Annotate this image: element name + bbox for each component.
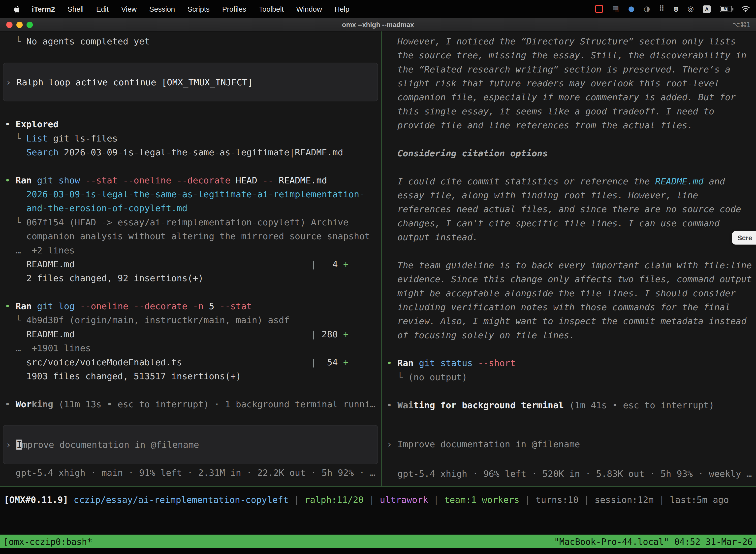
screen-overlay-button[interactable]: Scre <box>732 231 756 244</box>
terminal-line: might be acceptable alongside the file l… <box>382 286 756 300</box>
blank-line <box>382 384 756 398</box>
text-segment: the “Related research writing” section i… <box>387 64 731 74</box>
text-segment: Ran <box>16 301 32 311</box>
text-segment <box>472 358 478 368</box>
text-segment: + <box>343 259 349 269</box>
terminal-line: • Ran git log --oneline --decorate -n 5 … <box>0 299 381 313</box>
app-grid-icon[interactable]: ▦ <box>612 5 619 12</box>
text-segment: including verification notes with those … <box>387 302 731 312</box>
text-segment: | <box>654 494 670 505</box>
text-segment: + <box>343 357 349 367</box>
text-segment <box>5 203 26 213</box>
text-segment: | <box>578 494 594 505</box>
text-segment: turns:10 <box>536 494 578 505</box>
text-segment: git ls-files <box>48 133 118 144</box>
figure-eight-icon[interactable]: 8 <box>674 5 678 12</box>
left-pane[interactable]: └ No agents completed yet › Ralph loop a… <box>0 31 381 486</box>
minimize-button[interactable] <box>16 21 22 27</box>
text-segment: git show <box>37 175 80 185</box>
text-segment <box>80 175 85 185</box>
close-button[interactable] <box>6 21 12 27</box>
text-segment <box>68 494 74 505</box>
text-segment: Considering citation options <box>387 148 548 158</box>
moon-icon[interactable]: ◑ <box>644 5 650 12</box>
right-prompt-input[interactable]: › Improve documentation in @filename <box>382 437 756 451</box>
menu-profiles[interactable]: Profiles <box>216 5 252 13</box>
text-segment <box>414 358 419 368</box>
menu-toolbelt[interactable]: Toolbelt <box>252 5 290 13</box>
text-segment: essay file, along with finding root file… <box>387 190 698 200</box>
text-segment: README.md <box>5 259 74 269</box>
terminal-line: references need actual files, and since … <box>382 202 756 216</box>
text-segment: changes, I can't cite specific file line… <box>387 218 719 228</box>
left-model-status: gpt-5.4 xhigh · main · 91% left · 2.31M … <box>0 466 381 480</box>
apple-menu[interactable] <box>8 5 25 13</box>
text-segment: 2026-03-09-is-legal-the-same-as-legitima… <box>26 189 365 199</box>
input-line: › Improve documentation in @filename <box>3 438 199 451</box>
ralph-loop-banner: › Ralph loop active continue [OMX_TMUX_I… <box>3 63 378 102</box>
ring-icon[interactable]: ◎ <box>688 5 694 12</box>
text-segment: (no output) <box>408 372 467 382</box>
terminal-line: • Working (11m 13s • esc to interrupt) ·… <box>0 397 381 411</box>
wifi-icon[interactable] <box>741 5 750 12</box>
input-source-icon[interactable]: A <box>703 5 711 13</box>
text-segment: 4b9d30f (origin/main, instructkr/main, m… <box>26 315 290 325</box>
menu-window[interactable]: Window <box>290 5 328 13</box>
right-pane[interactable]: However, I noticed the “Directory Struct… <box>382 31 756 486</box>
text-segment <box>32 175 37 185</box>
spacer <box>0 411 381 425</box>
menu-session[interactable]: Session <box>143 5 181 13</box>
text-segment: No agents completed yet <box>26 36 150 46</box>
blank-line <box>382 160 756 174</box>
text-segment: + <box>343 329 349 339</box>
text-segment: I could cite commit statistics or refere… <box>387 176 655 186</box>
menu-shell[interactable]: Shell <box>61 5 90 13</box>
battery-icon[interactable]: 61 <box>720 6 732 12</box>
text-segment: Ran <box>16 175 32 185</box>
text-segment: provide file and line references from th… <box>387 120 693 130</box>
terminal-line: README.md | 280 + <box>0 327 381 341</box>
terminal-line: src/voice/voiceModeEnabled.ts | 54 + <box>0 355 381 369</box>
drop-icon[interactable]: ● <box>628 5 634 12</box>
menu-help[interactable]: Help <box>328 5 356 13</box>
text-segment: king <box>32 399 53 409</box>
terminal-line: Considering citation options <box>382 146 756 160</box>
menu-scripts[interactable]: Scripts <box>181 5 216 13</box>
text-segment: └ <box>5 315 26 325</box>
screen-recording-icon[interactable] <box>595 5 603 13</box>
text-segment: 1903 files changed, 513517 insertions(+) <box>5 371 241 381</box>
text-segment: slight risk that future readers may over… <box>387 78 719 88</box>
blank-line <box>0 383 381 397</box>
terminal-line: the source tree, missing the essay. Stil… <box>382 48 756 62</box>
input-prompt: › <box>387 439 397 449</box>
menu-app-name[interactable]: iTerm2 <box>25 5 61 13</box>
text-segment <box>75 301 80 311</box>
text-segment: 067f154 (HEAD -> essay/ai-reimplementati… <box>26 217 349 227</box>
text-segment: git log <box>37 301 75 311</box>
menu-bar-left: iTerm2 Shell Edit View Session Scripts P… <box>8 5 356 13</box>
terminal-line: of focusing solely on file lines. <box>382 328 756 342</box>
terminal-line: provide file and line references from th… <box>382 118 756 132</box>
text-segment: ralph:11/20 <box>305 494 364 505</box>
zoom-button[interactable] <box>26 21 33 27</box>
keyboard-dots-icon[interactable]: ⠿ <box>659 5 665 12</box>
menu-view[interactable]: View <box>115 5 143 13</box>
menu-edit[interactable]: Edit <box>90 5 115 13</box>
banner-line: › Ralph loop active continue [OMX_TMUX_I… <box>3 75 253 89</box>
text-segment: HEAD <box>231 175 263 185</box>
blank-line <box>382 132 756 146</box>
blank-line <box>0 159 381 173</box>
text-segment: ultrawork <box>380 494 428 505</box>
battery-percent: 61 <box>720 6 732 12</box>
left-prompt-input[interactable]: › Improve documentation in @filename <box>3 425 378 464</box>
terminal-line: • Waiting for background terminal (1m 41… <box>382 398 756 412</box>
text-segment: └ <box>5 133 26 144</box>
text-segment: cczip/essay/ai-reimplementation-copyleft <box>74 494 289 505</box>
text-segment: session:12m <box>594 494 653 505</box>
text-segment <box>5 147 26 157</box>
bottom-strip <box>0 548 756 554</box>
text-segment: | <box>75 259 316 269</box>
right-model-status: gpt-5.4 xhigh · 96% left · 520K in · 5.8… <box>382 466 756 481</box>
tmux-host-time: "MacBook-Pro-44.local" 04:52 31-Mar-26 <box>554 536 753 547</box>
text-segment: README.md <box>273 175 327 185</box>
